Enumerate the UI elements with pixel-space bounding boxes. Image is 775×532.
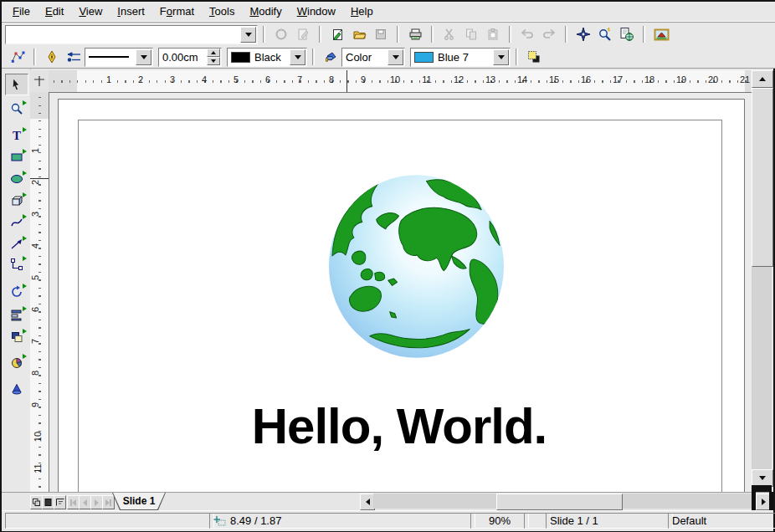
tool-alignment-button[interactable] — [5, 304, 28, 325]
tool-arrange-button[interactable] — [5, 326, 28, 348]
edit-points-button[interactable] — [7, 46, 28, 68]
master-view-button[interactable] — [42, 495, 54, 509]
arrow-style-button[interactable] — [63, 46, 85, 68]
fill-color-dropdown-button[interactable] — [493, 49, 509, 65]
h-ruler-number: 12 — [454, 74, 464, 84]
gallery-button[interactable] — [650, 23, 672, 45]
menu-file[interactable]: File — [5, 3, 38, 19]
line-width-spinner[interactable]: 0.00cm — [158, 48, 222, 67]
flyout-flag-icon — [23, 284, 27, 289]
separator — [643, 26, 645, 43]
h-ruler-number: 16 — [581, 74, 591, 84]
status-style-field[interactable]: Default — [668, 513, 775, 529]
tool-rectangle-button[interactable] — [5, 146, 28, 168]
rectangle-icon — [10, 151, 23, 164]
line-width-value[interactable]: 0.00cm — [159, 51, 206, 64]
area-dialog-button[interactable] — [320, 46, 341, 68]
new-document-button[interactable] — [326, 23, 348, 45]
line-color-dropdown-button[interactable] — [290, 49, 305, 65]
url-dropdown-button[interactable] — [240, 27, 256, 43]
print-icon — [408, 28, 423, 42]
tool-rotate-button[interactable] — [5, 281, 28, 303]
menu-format[interactable]: Format — [152, 3, 202, 19]
fill-color-combobox[interactable]: Blue 7 — [410, 48, 511, 67]
menu-modify[interactable]: Modify — [242, 3, 289, 19]
line-color-swatch — [231, 52, 250, 63]
status-zoom-field[interactable]: 90% — [470, 513, 529, 529]
flyout-flag-icon — [23, 329, 27, 334]
h-ruler-number: 5 — [234, 74, 239, 84]
edit-file-button — [292, 23, 314, 45]
insert-hyperlink-icon — [619, 27, 634, 42]
v-ruler-number: 6 — [30, 307, 40, 312]
tool-ellipse-button[interactable] — [5, 168, 28, 190]
v-ruler-number: 3 — [30, 212, 40, 217]
effects-3d-icon — [10, 382, 23, 396]
tool-text-button[interactable]: T — [5, 125, 28, 146]
zoom-button[interactable] — [594, 23, 616, 45]
slide-title-text[interactable]: Hello, World. — [78, 402, 721, 453]
ruler-origin-button[interactable] — [30, 70, 49, 92]
copy-icon — [464, 28, 478, 41]
separator — [312, 49, 315, 65]
shadow-icon — [527, 50, 541, 64]
undo-icon — [520, 28, 535, 41]
status-slide-field[interactable]: Slide 1 / 1 — [546, 513, 673, 529]
select-arrow-icon — [10, 78, 23, 91]
v-ruler-number: 1 — [30, 148, 40, 153]
last-slide-button — [102, 495, 115, 509]
tool-effects-button[interactable] — [5, 378, 28, 400]
vertical-scroll-thumb[interactable] — [752, 88, 773, 267]
h-ruler-number: 9 — [361, 74, 366, 84]
horizontal-scroll-thumb[interactable] — [496, 494, 623, 510]
scroll-up-button[interactable] — [752, 70, 773, 88]
menu-insert[interactable]: Insert — [110, 3, 152, 19]
menu-help[interactable]: Help — [343, 3, 381, 19]
tool-insert-button[interactable] — [5, 351, 28, 373]
vertical-ruler: 123456789101112 — [30, 92, 49, 492]
drawing-canvas[interactable]: Hello, World. — [49, 92, 752, 493]
fill-style-dropdown-button[interactable] — [388, 49, 403, 65]
v-ruler-number: 8 — [30, 371, 40, 376]
layer-view-button[interactable] — [54, 495, 66, 509]
slide-view-button[interactable] — [30, 495, 43, 509]
line-style-combobox[interactable] — [85, 48, 153, 67]
scroll-up-icon — [759, 77, 766, 81]
position-crosshair-icon — [213, 515, 226, 526]
open-button[interactable] — [348, 23, 370, 45]
shadow-button[interactable] — [523, 46, 545, 68]
navigator-button[interactable] — [572, 23, 594, 45]
status-position-value: 8.49 / 1.87 — [230, 514, 281, 527]
fill-style-combobox[interactable]: Color — [341, 48, 405, 67]
line-color-combobox[interactable]: Black — [227, 48, 307, 67]
menu-edit[interactable]: Edit — [38, 3, 71, 19]
slide-view-icon — [33, 499, 40, 506]
tool-lines-arrows-button[interactable] — [5, 233, 28, 255]
hyperlink-button[interactable] — [616, 23, 638, 45]
tool-zoom-button[interactable] — [5, 98, 28, 120]
tool-3d-objects-button[interactable] — [5, 190, 28, 212]
separator — [263, 26, 265, 43]
tool-connector-button[interactable] — [5, 253, 28, 275]
flyout-flag-icon — [23, 171, 27, 176]
globe-image[interactable] — [326, 172, 506, 361]
spin-down-button[interactable] — [207, 57, 220, 65]
menu-window[interactable]: Window — [290, 3, 343, 19]
menu-view[interactable]: View — [71, 3, 110, 19]
tool-select-button[interactable] — [5, 74, 28, 95]
slide-tab-label[interactable]: Slide 1 — [123, 495, 156, 507]
status-position-field[interactable]: 8.49 / 1.87 — [209, 513, 475, 529]
scroll-down-button[interactable] — [752, 469, 773, 487]
slide-tab[interactable]: Slide 1 — [112, 493, 166, 510]
alignment-icon — [10, 308, 23, 321]
cut-button — [439, 23, 460, 45]
menu-tools[interactable]: Tools — [202, 3, 242, 19]
paste-button — [482, 23, 504, 45]
line-style-dropdown-button[interactable] — [136, 49, 151, 65]
print-button[interactable] — [404, 23, 426, 45]
tool-curve-button[interactable] — [5, 212, 28, 233]
redo-icon — [541, 28, 557, 41]
spin-up-button[interactable] — [207, 49, 220, 57]
url-combobox[interactable] — [5, 25, 258, 44]
line-dialog-button[interactable] — [41, 46, 63, 68]
